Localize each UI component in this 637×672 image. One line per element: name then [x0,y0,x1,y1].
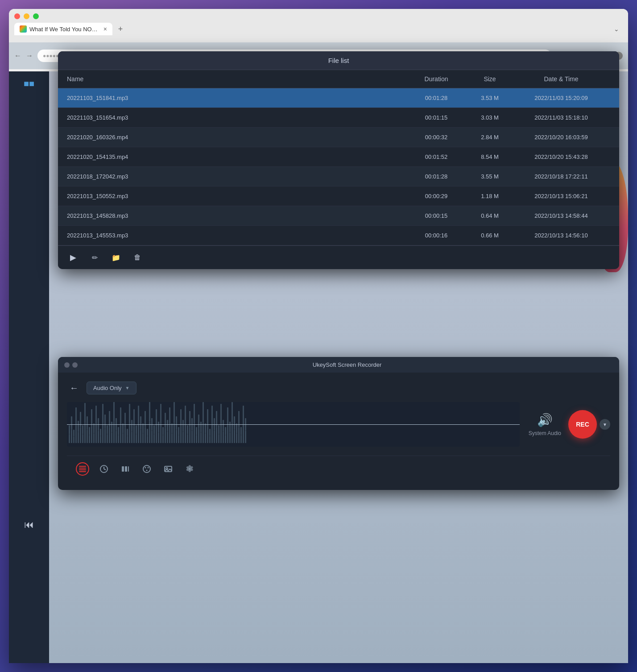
left-sidebar: ■■ ⏮ [9,71,49,663]
waveform-pair-53 [187,425,188,443]
file-name-4: 20221018_172042.mp3 [67,173,405,180]
play-button[interactable]: ▶ [67,251,79,264]
file-row-6[interactable]: 20221013_145828.mp3 00:00:15 0.64 M 2022… [58,206,619,226]
waveform-pair-51 [182,420,184,443]
folder-button[interactable]: 📁 [110,251,122,264]
ukeysoft-panel: UkeySoft Screen Recorder ← Audio Only ▼ … [58,357,619,490]
back-nav-button[interactable]: ← [14,52,21,60]
tab-menu-button[interactable]: ⌄ [614,25,623,33]
file-list-icon[interactable] [76,462,89,476]
waveform-pair-79 [245,418,246,443]
forward-nav-button[interactable]: → [26,52,33,60]
waveform-pair-44 [167,420,168,443]
settings-icon[interactable] [183,462,196,476]
file-row-4[interactable]: 20221018_172042.mp3 00:01:28 3.55 M 2022… [58,167,619,187]
column-header-name: Name [67,75,405,83]
image-icon [164,465,173,473]
column-header-duration: Duration [405,75,467,83]
waveform-pair-77 [240,427,242,443]
file-size-4: 3.55 M [467,173,512,180]
close-button[interactable] [14,13,20,19]
file-list-panel: File list Name Duration Size Date & Time… [58,51,619,269]
waveform-pair-50 [180,409,182,443]
waveform-pair-47 [174,402,175,443]
file-datetime-0: 2022/11/03 15:20:09 [512,95,610,101]
file-row-5[interactable]: 20221013_150552.mp3 00:00:29 1.18 M 2022… [58,187,619,206]
file-duration-4: 00:01:28 [405,173,467,180]
waveform-pair-39 [156,409,157,443]
traffic-lights [14,13,623,19]
tab-title: What If We Told You NONE Of [29,26,101,33]
segments-icon[interactable] [119,462,132,476]
waveform-pair-10 [91,409,92,443]
schedule-icon[interactable] [97,462,111,476]
maximize-button[interactable] [33,13,39,19]
svg-point-10 [143,465,150,473]
waveform-pair-69 [223,420,224,443]
waveform-pair-11 [93,423,95,443]
file-size-0: 3.53 M [467,95,512,101]
waveform-pair-25 [124,413,126,443]
waveform-pair-33 [142,423,144,443]
active-tab[interactable]: What If We Told You NONE Of × [14,23,112,35]
screenshot-icon[interactable] [161,462,175,476]
theme-icon[interactable] [140,462,153,476]
waveform-pair-55 [191,418,193,443]
waveform-pair-35 [147,429,148,443]
waveform-pair-26 [127,429,128,443]
ukeysoft-titlebar: UkeySoft Screen Recorder [58,357,619,373]
file-row-7[interactable]: 20221013_145553.mp3 00:00:16 0.66 M 2022… [58,226,619,245]
waveform-pair-48 [176,416,177,443]
waveform-pair-27 [129,404,130,443]
new-tab-button[interactable]: + [114,23,127,35]
file-size-6: 0.64 M [467,212,512,219]
waveform-pair-57 [196,427,197,443]
gear-icon [185,465,194,473]
file-list-title: File list [58,51,619,70]
waveform-pair-41 [160,404,161,443]
sidebar-logo: ■■ [9,71,49,96]
media-back-button[interactable]: ⏮ [9,511,49,538]
waveform-pair-60 [203,402,204,443]
file-list-body: 20221103_151841.mp3 00:01:28 3.53 M 2022… [58,88,619,245]
file-row-3[interactable]: 20221020_154135.mp4 00:01:52 8.54 M 2022… [58,147,619,167]
ukeysoft-top-row: ← Audio Only ▼ [67,381,610,395]
rec-button[interactable]: REC [568,410,597,439]
file-duration-6: 00:00:15 [405,212,467,219]
browser-tabs: What If We Told You NONE Of × + ⌄ [14,23,623,35]
svg-point-12 [148,467,149,469]
file-list-toolbar: ▶ ✏ 📁 🗑 [58,245,619,269]
waveform-pair-49 [178,427,179,443]
waveform-pair-15 [102,404,103,443]
ukeysoft-back-button[interactable]: ← [67,381,81,395]
file-row-0[interactable]: 20221103_151841.mp3 00:01:28 3.53 M 2022… [58,88,619,108]
waveform-container: 🔊 System Audio REC ▼ [67,402,610,447]
waveform-pair-6 [82,425,83,443]
mode-dropdown[interactable]: Audio Only ▼ [87,382,136,394]
file-duration-7: 00:00:16 [405,232,467,239]
bottom-toolbar [67,456,610,482]
minimize-button[interactable] [24,13,29,19]
waveform-pair-45 [169,407,170,443]
waveform-pair-66 [216,411,217,443]
file-list-header: Name Duration Size Date & Time [58,70,619,88]
waveform-pair-1 [71,416,72,443]
file-row-1[interactable]: 20221103_151654.mp3 00:01:15 3.03 M 2022… [58,108,619,128]
waveform-pair-73 [232,402,233,443]
file-row-2[interactable]: 20221020_160326.mp4 00:00:32 2.84 M 2022… [58,128,619,147]
edit-button[interactable]: ✏ [88,251,101,264]
svg-point-13 [146,470,148,471]
mode-label: Audio Only [93,385,122,391]
waveform-pair-43 [165,413,166,443]
browser-chrome: What If We Told You NONE Of × + ⌄ [9,9,628,42]
file-name-0: 20221103_151841.mp3 [67,95,405,101]
speaker-icon: 🔊 [537,413,553,427]
waveform-pair-24 [122,423,124,443]
waveform-pair-54 [189,411,190,443]
rec-dropdown-button[interactable]: ▼ [600,419,610,430]
svg-rect-1 [79,468,86,469]
tab-close-button[interactable]: × [103,25,107,33]
svg-rect-7 [122,466,124,472]
waveform-pair-38 [153,425,155,443]
delete-button[interactable]: 🗑 [131,251,144,264]
